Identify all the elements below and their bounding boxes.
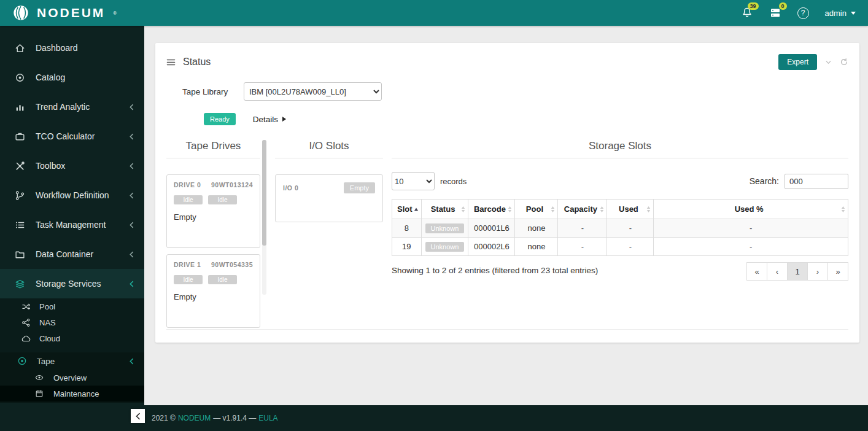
storage-slots-title: Storage Slots <box>392 140 848 158</box>
pagination-next-button[interactable]: › <box>807 262 828 281</box>
notifications-button[interactable]: 39 <box>741 7 753 19</box>
refresh-icon[interactable] <box>840 58 848 66</box>
drive-card-1[interactable]: DRIVE 1 90WT054335 Idle Idle Empty <box>166 254 260 328</box>
sidebar-item-trend-analytic[interactable]: Trend Analytic <box>0 92 144 122</box>
sidebar-item-tape-maintenance[interactable]: Maintenance <box>0 386 144 402</box>
chevron-left-icon <box>129 133 134 140</box>
drives-scrollbar-thumb[interactable] <box>262 140 266 246</box>
drive-status-badge: Idle <box>208 195 237 204</box>
io-slot-status-badge: Empty <box>344 182 375 193</box>
sort-both-icon <box>600 206 604 212</box>
sidebar-item-task-management[interactable]: Task Management <box>0 210 144 239</box>
footer-copyright: 2021 © <box>152 414 176 422</box>
user-name: admin <box>825 9 847 18</box>
tape-reel-icon <box>16 356 28 366</box>
tape-library-select[interactable]: IBM [00L2U78AW009_LL0] <box>244 82 382 101</box>
sidebar-item-label: Cloud <box>39 334 60 343</box>
table-row[interactable]: 8 Unknown 000001L6 none - - - <box>392 219 848 238</box>
footer-eula-link[interactable]: EULA <box>258 414 277 422</box>
io-slot-card-0[interactable]: I/O 0 Empty <box>275 174 383 222</box>
details-toggle[interactable]: Details <box>253 115 286 124</box>
branch-icon <box>14 190 26 201</box>
task-queue-button[interactable]: 0 <box>769 7 781 19</box>
column-header-status[interactable]: Status <box>421 200 468 219</box>
brand-trademark: ® <box>113 10 117 16</box>
sidebar-item-label: Workflow Definition <box>36 190 109 200</box>
user-menu[interactable]: admin <box>825 9 856 18</box>
storage-slots-section: Storage Slots 10 records Search: <box>392 140 848 334</box>
column-header-slot[interactable]: Slot <box>392 200 422 219</box>
pagination: « ‹ 1 › » <box>747 262 848 281</box>
pagination-last-button[interactable]: » <box>827 262 848 281</box>
sidebar-item-tape-overview[interactable]: Overview <box>0 370 144 386</box>
drives-scrollbar[interactable] <box>262 140 266 295</box>
footer-version: — v1.91.4 — <box>213 414 256 422</box>
footer-nodeum-link[interactable]: NODEUM <box>178 414 211 422</box>
share-icon <box>21 318 31 327</box>
pagination-first-button[interactable]: « <box>746 262 767 281</box>
sidebar-item-nas[interactable]: NAS <box>0 314 144 330</box>
cell-capacity: - <box>558 238 607 256</box>
layers-icon <box>14 279 26 289</box>
column-header-used[interactable]: Used <box>607 200 654 219</box>
help-button[interactable]: ? <box>797 7 809 19</box>
status-badge: Unknown <box>425 223 465 233</box>
sidebar-item-label: Maintenance <box>53 389 99 398</box>
cell-barcode: 000001L6 <box>468 219 515 238</box>
sort-both-icon <box>508 206 512 212</box>
cell-used-pct: - <box>654 219 848 238</box>
sort-both-icon <box>646 206 651 212</box>
tools-icon <box>14 161 26 171</box>
table-row[interactable]: 19 Unknown 000002L6 none - - - <box>392 238 848 256</box>
catalog-icon <box>14 72 26 83</box>
column-header-used-pct[interactable]: Used % <box>654 200 848 219</box>
top-bar: NODEUM ® 39 0 <box>0 0 868 26</box>
column-header-pool[interactable]: Pool <box>515 200 558 219</box>
drive-status-badge: Idle <box>174 275 203 284</box>
chevron-left-icon <box>129 222 134 228</box>
tape-submenu: Tape Overview Maintenance <box>0 352 144 403</box>
sidebar-item-label: Toolbox <box>36 161 65 171</box>
search-input[interactable] <box>785 174 848 189</box>
sidebar-item-label: NAS <box>39 318 56 327</box>
chevron-left-icon <box>129 192 134 199</box>
drive-card-0[interactable]: DRIVE 0 90WT013124 Idle Idle Empty <box>166 174 260 248</box>
sidebar-item-cloud[interactable]: Cloud <box>0 330 144 346</box>
table-summary: Showing 1 to 2 of 2 entries (filtered fr… <box>392 262 603 279</box>
sidebar-item-toolbox[interactable]: Toolbox <box>0 151 144 181</box>
sidebar-item-label: Catalog <box>36 72 65 82</box>
expert-button[interactable]: Expert <box>778 54 817 70</box>
records-per-page-select[interactable]: 10 <box>392 172 435 190</box>
panel-menu-icon[interactable] <box>166 58 176 66</box>
drive-name: DRIVE 1 <box>174 261 201 268</box>
chevron-left-icon <box>129 281 134 287</box>
sidebar-item-catalog[interactable]: Catalog <box>0 63 144 92</box>
sidebar-item-label: Tape <box>37 357 55 366</box>
sidebar: Dashboard Catalog Trend Analytic TCO Cal… <box>0 26 144 431</box>
sidebar-item-pool[interactable]: Pool <box>0 298 144 314</box>
sidebar-item-label: Dashboard <box>36 43 78 53</box>
pagination-page-1-button[interactable]: 1 <box>787 262 808 281</box>
folder-icon <box>14 249 26 260</box>
sidebar-item-tape[interactable]: Tape <box>0 352 144 370</box>
calendar-icon <box>33 389 45 398</box>
panel-collapse-icon[interactable] <box>824 58 832 66</box>
cell-used: - <box>607 219 654 238</box>
brand[interactable]: NODEUM ® <box>12 4 117 21</box>
sidebar-collapse-button[interactable] <box>131 409 145 423</box>
sidebar-item-data-container[interactable]: Data Container <box>0 239 144 269</box>
pagination-prev-button[interactable]: ‹ <box>767 262 788 281</box>
sidebar-item-tco-calculator[interactable]: TCO Calculator <box>0 122 144 151</box>
briefcase-icon <box>14 131 26 142</box>
column-header-barcode[interactable]: Barcode <box>468 200 515 219</box>
cell-used-pct: - <box>654 238 848 256</box>
sidebar-item-dashboard[interactable]: Dashboard <box>0 33 144 63</box>
cell-capacity: - <box>558 219 607 238</box>
sidebar-item-workflow-definition[interactable]: Workflow Definition <box>0 181 144 210</box>
task-list-icon <box>14 220 26 230</box>
home-icon <box>14 43 26 53</box>
column-header-capacity[interactable]: Capacity <box>558 200 607 219</box>
sidebar-item-storage-services[interactable]: Storage Services <box>0 269 144 298</box>
brand-name: NODEUM <box>37 6 105 20</box>
help-icon: ? <box>797 7 809 19</box>
